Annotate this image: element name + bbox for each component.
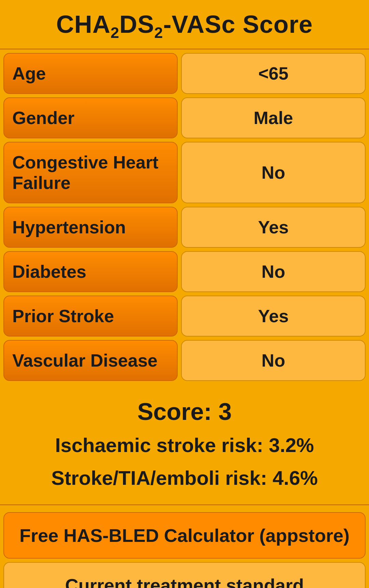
prior-stroke-row: Prior Stroke Yes	[3, 296, 366, 337]
rows-container: Age <65 Gender Male Congestive Heart Fai…	[0, 50, 369, 388]
chf-row: Congestive Heart Failure No	[3, 142, 366, 203]
chf-label[interactable]: Congestive Heart Failure	[3, 142, 178, 203]
vascular-value[interactable]: No	[181, 340, 366, 381]
hypertension-value[interactable]: Yes	[181, 207, 366, 248]
tia-risk: Stroke/TIA/emboli risk: 4.6%	[51, 465, 318, 491]
gender-value[interactable]: Male	[181, 97, 366, 138]
chf-value[interactable]: No	[181, 142, 366, 203]
score-section: Score: 3 Ischaemic stroke risk: 3.2% Str…	[0, 388, 369, 501]
diabetes-value[interactable]: No	[181, 251, 366, 292]
prior-stroke-value[interactable]: Yes	[181, 296, 366, 337]
ischaemic-risk: Ischaemic stroke risk: 3.2%	[55, 432, 314, 458]
age-label[interactable]: Age	[3, 53, 178, 94]
vascular-row: Vascular Disease No	[3, 340, 366, 381]
bottom-divider	[0, 504, 369, 505]
bottom-buttons: Free HAS-BLED Calculator (appstore) Curr…	[0, 509, 369, 588]
page-title: CHA2DS2-VASc Score	[0, 0, 369, 49]
diabetes-label[interactable]: Diabetes	[3, 251, 178, 292]
gender-row: Gender Male	[3, 97, 366, 138]
has-bled-button[interactable]: Free HAS-BLED Calculator (appstore)	[3, 512, 366, 559]
hypertension-row: Hypertension Yes	[3, 207, 366, 248]
age-row: Age <65	[3, 53, 366, 94]
score-value: Score: 3	[137, 398, 232, 425]
age-value[interactable]: <65	[181, 53, 366, 94]
gender-label[interactable]: Gender	[3, 97, 178, 138]
prior-stroke-label[interactable]: Prior Stroke	[3, 296, 178, 337]
vascular-label[interactable]: Vascular Disease	[3, 340, 178, 381]
hypertension-label[interactable]: Hypertension	[3, 207, 178, 248]
treatment-button[interactable]: Current treatment standard	[3, 562, 366, 588]
diabetes-row: Diabetes No	[3, 251, 366, 292]
